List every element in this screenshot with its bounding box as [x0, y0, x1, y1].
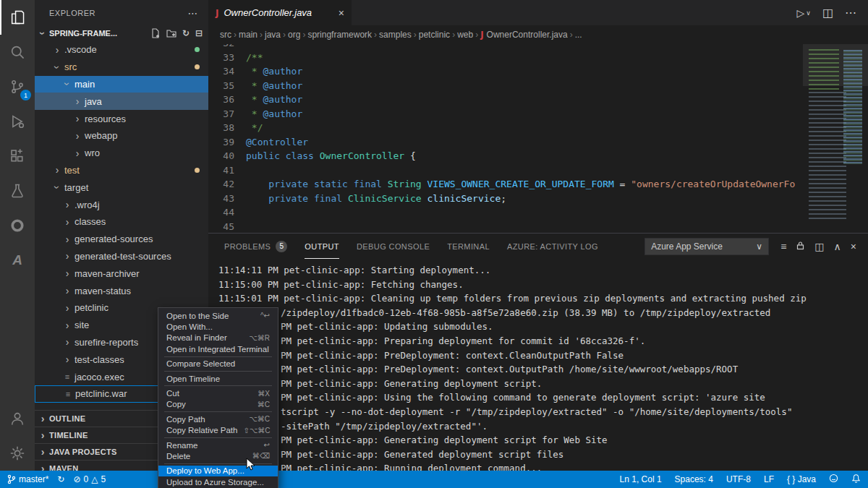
more-actions-icon[interactable]: ⋯	[188, 7, 199, 19]
output-log[interactable]: 11:14:11 PM pet-clinic-app: Starting dep…	[208, 259, 868, 471]
test-flask-icon[interactable]	[0, 174, 35, 208]
tree-item-label: surefire-reports	[75, 337, 138, 348]
menu-item-rename[interactable]: Rename↩	[158, 440, 278, 450]
workspace-section-header[interactable]: › SPRING-FRAME... ↻ ⊟	[35, 25, 208, 41]
menu-item-copy-path[interactable]: Copy Path⌥⌘C	[158, 414, 278, 424]
tree-item-src[interactable]: ›src	[35, 59, 208, 76]
split-editor-icon[interactable]: ◫	[822, 6, 833, 20]
tree-item-resources[interactable]: ›resources	[35, 110, 208, 127]
output-lines-icon[interactable]: ≡	[780, 241, 786, 252]
breadcrumb-item-samples[interactable]: samples	[379, 30, 412, 40]
tree-item-test[interactable]: ›test	[35, 162, 208, 179]
menu-item-upload-to-azure-storage[interactable]: Upload to Azure Storage...	[158, 476, 278, 487]
tree-item-main[interactable]: ›main	[35, 76, 208, 93]
run-button[interactable]: ▷∨	[797, 7, 811, 19]
azure-icon[interactable]: A	[0, 243, 35, 278]
tree-item-wro[interactable]: ›wro	[35, 145, 208, 162]
extensions-icon[interactable]	[0, 139, 35, 174]
breadcrumb-item-petclinic[interactable]: petclinic	[419, 30, 450, 40]
new-folder-icon[interactable]	[166, 28, 176, 38]
breadcrumb-item-ownercontroller-java[interactable]: JOwnerController.java	[480, 30, 568, 40]
breadcrumb-item-src[interactable]: src	[220, 30, 231, 40]
explorer-icon[interactable]	[0, 0, 35, 35]
code-token: clinicService	[427, 193, 501, 204]
file-icon: ≡	[63, 390, 73, 398]
play-icon: ▷	[797, 7, 805, 19]
search-icon[interactable]	[0, 35, 35, 69]
code-token: @author	[263, 80, 302, 91]
panel-tab-output[interactable]: OUTPUT	[305, 234, 339, 259]
tree-item-vscode[interactable]: ›.vscode	[35, 41, 208, 59]
breadcrumb-item-[interactable]: ...	[575, 30, 582, 40]
settings-gear-icon[interactable]	[0, 436, 35, 471]
tree-item-classes[interactable]: ›classes	[35, 213, 208, 231]
menu-item-compare-selected[interactable]: Compare Selected	[158, 359, 278, 369]
menu-item-delete[interactable]: Delete⌘⌫	[158, 450, 278, 461]
notifications-bell-icon[interactable]	[851, 474, 861, 485]
breadcrumb-item-springframework[interactable]: springframework	[307, 30, 372, 40]
menu-item-open-in-integrated-terminal[interactable]: Open in Integrated Terminal	[158, 343, 278, 354]
menu-item-open-timeline[interactable]: Open Timeline	[158, 373, 278, 384]
output-channel-select[interactable]: Azure App Service ∨	[644, 238, 769, 255]
tree-item-generated-sources[interactable]: ›generated-sources	[35, 231, 208, 248]
tree-item-java[interactable]: ›java	[35, 93, 208, 110]
menu-item-copy-relative-path[interactable]: Copy Relative Path⇧⌥⌘C	[158, 425, 278, 436]
menu-item-open-to-the-side[interactable]: Open to the Side^↩	[158, 310, 278, 321]
panel-tab-debug-console[interactable]: DEBUG CONSOLE	[357, 234, 430, 259]
tree-item-maven-archiver[interactable]: ›maven-archiver	[35, 265, 208, 282]
panel-tab-azure-activity-log[interactable]: AZURE: ACTIVITY LOG	[507, 234, 598, 259]
collapse-all-icon[interactable]: ⊟	[195, 28, 203, 38]
git-branch-status[interactable]: master*	[7, 474, 48, 484]
tab-ownercontroller-java[interactable]: J OwnerController.java ×	[208, 0, 352, 25]
code-editor[interactable]: 3233/**34 * @author35 * @author36 * @aut…	[208, 44, 868, 233]
maximize-panel-icon[interactable]: ∧	[834, 241, 841, 252]
breadcrumb-item-org[interactable]: org	[288, 30, 300, 40]
tree-item-webapp[interactable]: ›webapp	[35, 127, 208, 145]
panel-tab-terminal[interactable]: TERMINAL	[447, 234, 490, 259]
menu-item-open-with[interactable]: Open With...	[158, 321, 278, 332]
panel-tab-problems[interactable]: PROBLEMS5	[224, 234, 287, 259]
menu-item-label: Upload to Azure Storage...	[166, 478, 264, 487]
ring-icon[interactable]	[0, 208, 35, 243]
sync-button[interactable]: ↻	[57, 474, 64, 484]
close-tab-icon[interactable]: ×	[339, 7, 344, 19]
indentation-status[interactable]: Spaces: 4	[675, 474, 713, 484]
menu-item-deploy-to-web-app[interactable]: Deploy to Web App...	[158, 466, 278, 476]
code-token	[308, 179, 314, 189]
tree-item-wro4j[interactable]: ›.wro4j	[35, 196, 208, 213]
chevron-right-icon: ›	[62, 200, 72, 210]
account-icon[interactable]	[0, 401, 35, 436]
cursor-position[interactable]: Ln 1, Col 1	[620, 474, 662, 484]
breadcrumb-item-web[interactable]: web	[457, 30, 473, 40]
code-token: OwnerController	[320, 150, 404, 161]
minimap[interactable]	[803, 44, 868, 233]
menu-item-label: Cut	[166, 389, 179, 398]
tree-item-maven-status[interactable]: ›maven-status	[35, 282, 208, 299]
code-token	[246, 179, 268, 189]
menu-item-keybinding: ⌥⌘R	[249, 334, 270, 342]
lock-scroll-icon[interactable]	[796, 241, 805, 252]
line-number: 32	[208, 44, 246, 51]
breadcrumb: src›main›java›org›springframework›sample…	[208, 25, 868, 44]
eol-status[interactable]: LF	[764, 474, 774, 484]
tree-item-target[interactable]: ›target	[35, 179, 208, 196]
problems-status[interactable]: ⊘ 0 △ 5	[73, 474, 106, 484]
refresh-icon[interactable]: ↻	[182, 28, 190, 38]
code-text: public class OwnerController {	[246, 149, 416, 163]
menu-item-reveal-in-finder[interactable]: Reveal in Finder⌥⌘R	[158, 333, 278, 343]
encoding-status[interactable]: UTF-8	[726, 474, 751, 484]
breadcrumb-item-main[interactable]: main	[239, 30, 258, 40]
language-mode[interactable]: { } Java	[787, 474, 816, 484]
split-panel-icon[interactable]: ◫	[814, 241, 824, 252]
tree-item-generated-test-sources[interactable]: ›generated-test-sources	[35, 248, 208, 265]
error-count: 0	[83, 474, 88, 484]
new-file-icon[interactable]	[150, 28, 161, 38]
close-panel-icon[interactable]: ×	[851, 241, 856, 252]
run-debug-icon[interactable]	[0, 104, 35, 139]
menu-item-copy[interactable]: Copy⌘C	[158, 399, 278, 410]
feedback-icon[interactable]	[829, 474, 838, 485]
menu-item-cut[interactable]: Cut⌘X	[158, 388, 278, 398]
source-control-icon[interactable]: 1	[0, 69, 35, 104]
more-actions-icon[interactable]: ⋯	[845, 6, 856, 20]
breadcrumb-item-java[interactable]: java	[265, 30, 281, 40]
